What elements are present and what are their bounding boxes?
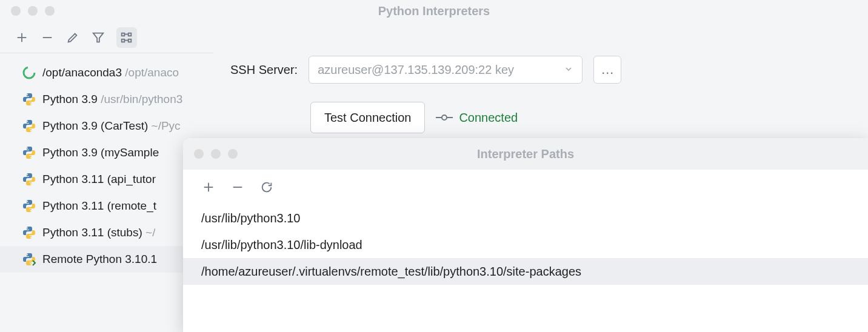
refresh-paths-button[interactable]: [259, 180, 274, 194]
interpreter-item[interactable]: Python 3.9 /usr/bin/python3: [0, 86, 213, 113]
ellipsis-icon: …: [601, 62, 614, 78]
interpreter-path: /opt/anaco: [125, 66, 179, 79]
ssh-server-browse-button[interactable]: …: [593, 56, 621, 84]
svg-rect-4: [122, 33, 125, 36]
remove-path-button[interactable]: [230, 180, 245, 194]
python-icon: [22, 225, 36, 240]
loading-icon: [22, 65, 36, 80]
interpreter-path: ~/: [145, 226, 155, 239]
python-icon: [22, 145, 36, 160]
interpreter-list: /opt/anaconda3 /opt/anacoPython 3.9 /usr…: [0, 53, 213, 273]
python-icon: [22, 92, 36, 107]
overlay-titlebar: Interpreter Paths: [183, 138, 868, 170]
interpreter-path: ~/Pyc: [152, 119, 181, 132]
interpreter-label: Python 3.11 (stubs) ~/: [42, 226, 155, 239]
interpreter-name: Python 3.11 (api_tutor: [42, 173, 156, 185]
interpreter-label: /opt/anaconda3 /opt/anaco: [42, 66, 179, 79]
chevron-down-icon: [564, 63, 573, 77]
interpreter-name: /opt/anaconda3: [42, 66, 122, 79]
interpreter-label: Remote Python 3.10.1: [42, 253, 157, 266]
main-window-title: Python Interpreters: [0, 4, 868, 18]
connection-status: Connected: [436, 111, 518, 125]
ssh-server-value: azureuser@137.135.139.209:22 key: [318, 63, 514, 77]
interpreter-path: /usr/bin/python3: [101, 93, 182, 105]
svg-rect-7: [129, 39, 132, 42]
test-connection-button[interactable]: Test Connection: [310, 102, 425, 133]
overlay-toolbar: [183, 170, 868, 205]
main-titlebar: Python Interpreters: [0, 0, 868, 22]
filter-button[interactable]: [91, 30, 105, 45]
add-path-button[interactable]: [201, 180, 216, 194]
interpreter-name: Python 3.9: [42, 93, 98, 105]
svg-marker-3: [93, 33, 104, 42]
interpreter-item[interactable]: Python 3.9 (CarTest) ~/Pyc: [0, 113, 213, 139]
svg-point-11: [442, 115, 447, 120]
interpreter-item[interactable]: Python 3.11 (remote_t: [0, 193, 213, 219]
test-connection-row: Test Connection Connected: [230, 102, 851, 133]
python-icon: [22, 119, 36, 133]
edit-interpreter-button[interactable]: [65, 30, 80, 45]
interpreter-item[interactable]: Python 3.11 (api_tutor: [0, 166, 213, 193]
path-text: /home/azureuser/.virtualenvs/remote_test…: [201, 265, 581, 279]
commit-icon: [436, 112, 453, 123]
interpreter-label: Python 3.11 (remote_t: [42, 199, 156, 213]
interpreter-paths-window: Interpreter Paths /usr/lib/python3.10/us…: [183, 138, 868, 332]
python-remote-icon: [22, 252, 36, 267]
interpreter-item[interactable]: Python 3.11 (stubs) ~/: [0, 219, 213, 246]
path-text: /usr/lib/python3.10/lib-dynload: [201, 238, 362, 252]
sidebar-toolbar: [0, 22, 213, 53]
svg-rect-5: [122, 39, 125, 42]
interpreter-sidebar: /opt/anaconda3 /opt/anacoPython 3.9 /usr…: [0, 22, 213, 332]
svg-point-10: [24, 67, 35, 78]
path-item[interactable]: /usr/lib/python3.10/lib-dynload: [183, 231, 868, 258]
interpreter-name: Remote Python 3.10.1: [42, 253, 157, 265]
interpreter-label: Python 3.9 /usr/bin/python3: [42, 93, 182, 106]
interpreter-label: Python 3.11 (api_tutor: [42, 173, 156, 186]
test-connection-label: Test Connection: [324, 111, 411, 125]
overlay-window-title: Interpreter Paths: [183, 147, 868, 161]
interpreter-name: Python 3.9 (CarTest): [42, 119, 148, 132]
interpreter-name: Python 3.11 (stubs): [42, 226, 142, 239]
interpreter-item[interactable]: /opt/anaconda3 /opt/anaco: [0, 59, 213, 86]
python-icon: [22, 199, 36, 213]
interpreter-label: Python 3.9 (mySample: [42, 146, 159, 159]
connection-status-text: Connected: [459, 111, 518, 125]
path-item[interactable]: /usr/lib/python3.10: [183, 205, 868, 231]
python-icon: [22, 172, 36, 187]
interpreter-name: Python 3.11 (remote_t: [42, 199, 156, 212]
path-list: /usr/lib/python3.10/usr/lib/python3.10/l…: [183, 205, 868, 285]
tree-view-button[interactable]: [116, 27, 137, 48]
interpreter-name: Python 3.9 (mySample: [42, 146, 159, 159]
interpreter-label: Python 3.9 (CarTest) ~/Pyc: [42, 119, 181, 133]
ssh-server-row: SSH Server: azureuser@137.135.139.209:22…: [230, 56, 851, 84]
svg-rect-6: [129, 33, 132, 36]
ssh-server-label: SSH Server:: [230, 63, 298, 77]
ssh-server-dropdown[interactable]: azureuser@137.135.139.209:22 key: [309, 56, 583, 84]
path-item[interactable]: /home/azureuser/.virtualenvs/remote_test…: [183, 258, 868, 285]
interpreter-item[interactable]: Python 3.9 (mySample: [0, 139, 213, 166]
add-interpreter-button[interactable]: [15, 30, 29, 45]
interpreter-item[interactable]: Remote Python 3.10.1: [0, 246, 213, 273]
remove-interpreter-button[interactable]: [40, 30, 55, 45]
path-text: /usr/lib/python3.10: [201, 211, 300, 225]
